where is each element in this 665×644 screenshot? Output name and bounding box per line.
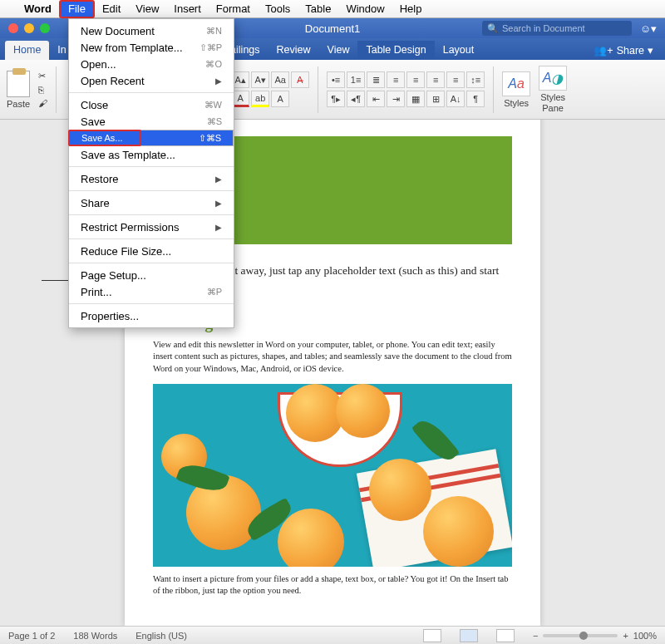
file-menu-dropdown: New Document⌘NNew from Template...⇧⌘POpe… bbox=[68, 18, 234, 328]
file-menu-new-document[interactable]: New Document⌘N bbox=[69, 22, 234, 39]
file-menu-open-recent[interactable]: Open Recent▶ bbox=[69, 72, 234, 89]
traffic-lights bbox=[0, 23, 50, 33]
paste-group: Paste bbox=[7, 71, 30, 109]
file-menu-close[interactable]: Close⌘W bbox=[69, 96, 234, 113]
file-menu-page-setup[interactable]: Page Setup... bbox=[69, 267, 234, 283]
font-group: A▴ A▾ Aa A̶ A ab A bbox=[231, 71, 309, 107]
body-paragraph-1[interactable]: View and edit this newsletter in Word on… bbox=[153, 339, 512, 376]
styles-group[interactable]: Aa Styles bbox=[502, 71, 530, 108]
tab-home[interactable]: Home bbox=[5, 41, 49, 60]
change-case-button[interactable]: Aa bbox=[271, 71, 289, 88]
menubar-file[interactable]: File bbox=[59, 0, 95, 18]
menubar-table[interactable]: Table bbox=[298, 0, 338, 18]
submenu-arrow-icon: ▶ bbox=[215, 175, 222, 184]
show-marks-button[interactable]: ¶ bbox=[466, 91, 485, 107]
menubar-format[interactable]: Format bbox=[209, 0, 258, 18]
share-button[interactable]: 👥+Share▾ bbox=[587, 41, 660, 60]
tab-review[interactable]: Review bbox=[268, 41, 319, 60]
paragraph-group: •≡ 1≡ ≣ ≡ ≡ ≡ ≡ ↕≡ ¶▸ ◂¶ ⇤ ⇥ ▦ ⊞ A↓ ¶ bbox=[327, 71, 485, 107]
align-right-button[interactable]: ≡ bbox=[426, 71, 445, 88]
align-center-button[interactable]: ≡ bbox=[406, 71, 425, 88]
file-menu-save[interactable]: Save⌘S bbox=[69, 113, 234, 130]
zoom-level[interactable]: 100% bbox=[633, 631, 657, 641]
share-icon: 👥+ bbox=[594, 44, 613, 57]
cut-icon[interactable]: ✂ bbox=[38, 71, 47, 81]
submenu-arrow-icon: ▶ bbox=[215, 76, 222, 86]
menubar-window[interactable]: Window bbox=[338, 0, 392, 18]
chevron-down-icon: ▾ bbox=[648, 44, 653, 57]
mac-menubar: Word File Edit View Insert Format Tools … bbox=[0, 0, 665, 18]
styles-pane-button[interactable]: A◑ Styles Pane bbox=[539, 66, 567, 112]
menubar-insert[interactable]: Insert bbox=[166, 0, 209, 18]
styles-pane-icon: A◑ bbox=[539, 66, 567, 91]
align-left-button[interactable]: ≡ bbox=[387, 71, 405, 88]
clear-formatting-button[interactable]: A̶ bbox=[291, 71, 309, 88]
file-menu-reduce-file-size[interactable]: Reduce File Size... bbox=[69, 243, 234, 259]
body-paragraph-2[interactable]: Want to insert a picture from your files… bbox=[153, 573, 512, 597]
menubar-view[interactable]: View bbox=[128, 0, 166, 18]
language-indicator[interactable]: English (US) bbox=[135, 631, 187, 641]
tab-view[interactable]: View bbox=[319, 41, 358, 60]
bullets-button[interactable]: •≡ bbox=[327, 71, 345, 88]
file-menu-open[interactable]: Open...⌘O bbox=[69, 56, 234, 72]
zoom-controls: − + 100% bbox=[533, 631, 657, 641]
focus-view-button[interactable] bbox=[423, 629, 441, 642]
file-menu-save-as[interactable]: Save As...⇧⌘S bbox=[69, 130, 234, 146]
web-layout-view-button[interactable] bbox=[496, 629, 515, 642]
increase-indent-button[interactable]: ⇥ bbox=[387, 91, 405, 107]
file-menu-restore[interactable]: Restore▶ bbox=[69, 170, 234, 187]
zoom-window-button[interactable] bbox=[40, 23, 50, 33]
tab-table-design[interactable]: Table Design bbox=[357, 41, 434, 60]
zoom-slider[interactable] bbox=[543, 634, 618, 637]
clipboard-icon[interactable] bbox=[7, 71, 30, 97]
submenu-arrow-icon: ▶ bbox=[215, 199, 222, 208]
shading-button[interactable]: ▦ bbox=[406, 91, 425, 107]
format-painter-icon[interactable]: 🖌 bbox=[38, 98, 47, 108]
file-menu-new-from-template[interactable]: New from Template...⇧⌘P bbox=[69, 39, 234, 56]
search-placeholder: Search in Document bbox=[502, 23, 585, 33]
multilevel-list-button[interactable]: ≣ bbox=[367, 71, 385, 88]
content-image[interactable] bbox=[153, 384, 512, 567]
justify-button[interactable]: ≡ bbox=[446, 71, 465, 88]
tab-layout[interactable]: Layout bbox=[435, 41, 483, 60]
word-count[interactable]: 188 Words bbox=[73, 631, 117, 641]
character-border-button[interactable]: A bbox=[271, 91, 289, 107]
menubar-help[interactable]: Help bbox=[392, 0, 430, 18]
page-indicator[interactable]: Page 1 of 2 bbox=[8, 631, 55, 641]
file-menu-share[interactable]: Share▶ bbox=[69, 194, 234, 211]
status-bar: Page 1 of 2 188 Words English (US) − + 1… bbox=[0, 626, 665, 644]
sort-button[interactable]: A↓ bbox=[446, 91, 465, 107]
decrease-indent-button[interactable]: ⇤ bbox=[367, 91, 385, 107]
copy-icon[interactable]: ⎘ bbox=[38, 85, 47, 95]
tab-insert[interactable]: Insert bbox=[49, 41, 66, 60]
menubar-app[interactable]: Word bbox=[17, 0, 59, 18]
decrease-font-button[interactable]: A▾ bbox=[251, 71, 269, 88]
submenu-arrow-icon: ▶ bbox=[215, 223, 222, 232]
minimize-window-button[interactable] bbox=[24, 23, 34, 33]
file-menu-save-as-template[interactable]: Save as Template... bbox=[69, 146, 234, 163]
print-layout-view-button[interactable] bbox=[460, 629, 478, 642]
menubar-tools[interactable]: Tools bbox=[258, 0, 298, 18]
file-menu-restrict-permissions[interactable]: Restrict Permissions▶ bbox=[69, 219, 234, 235]
file-menu-print[interactable]: Print...⌘P bbox=[69, 283, 234, 300]
line-spacing-button[interactable]: ↕≡ bbox=[466, 71, 485, 88]
highlight-color-button[interactable]: ab bbox=[251, 91, 269, 107]
menubar-edit[interactable]: Edit bbox=[95, 0, 128, 18]
zoom-out-button[interactable]: − bbox=[533, 631, 538, 641]
paste-label: Paste bbox=[7, 99, 30, 109]
zoom-in-button[interactable]: + bbox=[623, 631, 628, 641]
rtl-button[interactable]: ◂¶ bbox=[347, 91, 365, 107]
borders-button[interactable]: ⊞ bbox=[426, 91, 445, 107]
file-menu-properties[interactable]: Properties... bbox=[69, 307, 234, 324]
search-icon: 🔍 bbox=[487, 23, 499, 34]
styles-icon: Aa bbox=[502, 71, 530, 96]
numbering-button[interactable]: 1≡ bbox=[347, 71, 365, 88]
search-in-document[interactable]: 🔍 Search in Document bbox=[482, 21, 632, 36]
close-window-button[interactable] bbox=[8, 23, 18, 33]
document-title: Document1 bbox=[305, 22, 360, 35]
ltr-button[interactable]: ¶▸ bbox=[327, 91, 345, 107]
user-account-icon[interactable]: ☺︎▾ bbox=[640, 22, 657, 35]
